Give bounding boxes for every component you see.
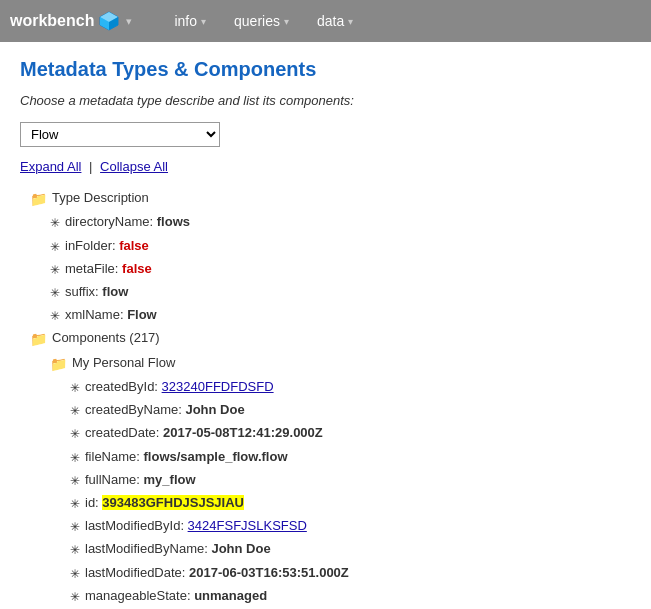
metadata-type-row: Flow <box>20 122 631 147</box>
field-lastModifiedById: ✳ lastModifiedById: 3424FSFJSLKSFSD <box>70 516 631 537</box>
bullet-icon: ✳ <box>70 518 80 537</box>
field-createdByName: ✳ createdByName: John Doe <box>70 400 631 421</box>
type-field-suffix: ✳ suffix: flow <box>50 282 631 303</box>
page-title: Metadata Types & Components <box>20 58 631 81</box>
components-children: 📁 My Personal Flow ✳ createdById: 323240… <box>30 353 631 609</box>
nav-item-queries[interactable]: queries ▾ <box>220 9 303 33</box>
metadata-type-select[interactable]: Flow <box>20 122 220 147</box>
nav-item-data[interactable]: data ▾ <box>303 9 367 33</box>
queries-dropdown-arrow: ▾ <box>284 16 289 27</box>
bullet-icon: ✳ <box>50 261 60 280</box>
bullet-icon: ✳ <box>70 379 80 398</box>
type-description-children: ✳ directoryName: flows ✳ inFolder: false… <box>30 212 631 326</box>
bullet-icon: ✳ <box>50 214 60 233</box>
type-field-directoryName-label: directoryName: flows <box>65 212 190 233</box>
bullet-icon: ✳ <box>50 284 60 303</box>
logo-dropdown-arrow[interactable]: ▾ <box>126 15 132 28</box>
info-dropdown-arrow: ▾ <box>201 16 206 27</box>
nav-items: info ▾ queries ▾ data ▾ <box>160 9 367 33</box>
bullet-icon: ✳ <box>70 565 80 584</box>
field-id: ✳ id: 393483GFHDJSJSJIAU <box>70 493 631 514</box>
field-fullName: ✳ fullName: my_flow <box>70 470 631 491</box>
type-field-metaFile: ✳ metaFile: false <box>50 259 631 280</box>
bullet-icon: ✳ <box>70 541 80 560</box>
type-field-inFolder-label: inFolder: false <box>65 236 149 257</box>
type-field-xmlName-label: xmlName: Flow <box>65 305 157 326</box>
bullet-icon: ✳ <box>70 425 80 444</box>
type-description-label: Type Description <box>52 188 149 209</box>
bullet-icon: ✳ <box>50 307 60 326</box>
main-content: Metadata Types & Components Choose a met… <box>0 42 651 609</box>
folder-icon: 📁 <box>30 188 47 210</box>
bullet-icon: ✳ <box>70 588 80 607</box>
field-manageableState: ✳ manageableState: unmanaged <box>70 586 631 607</box>
type-field-metaFile-label: metaFile: false <box>65 259 152 280</box>
data-dropdown-arrow: ▾ <box>348 16 353 27</box>
expand-all-link[interactable]: Expand All <box>20 159 81 174</box>
folder-icon: 📁 <box>30 328 47 350</box>
field-lastModifiedByName: ✳ lastModifiedByName: John Doe <box>70 539 631 560</box>
logo-cube-icon <box>98 10 120 32</box>
type-description-folder[interactable]: 📁 Type Description <box>30 188 631 210</box>
nav-item-info[interactable]: info ▾ <box>160 9 220 33</box>
metadata-tree: 📁 Type Description ✳ directoryName: flow… <box>20 188 631 609</box>
bullet-icon: ✳ <box>50 238 60 257</box>
bullet-icon: ✳ <box>70 402 80 421</box>
type-field-inFolder: ✳ inFolder: false <box>50 236 631 257</box>
components-label: Components (217) <box>52 328 160 349</box>
lastModifiedById-link[interactable]: 3424FSFJSLKSFSD <box>188 518 307 533</box>
collapse-all-link[interactable]: Collapse All <box>100 159 168 174</box>
logo[interactable]: workbench ▾ <box>10 10 132 32</box>
field-createdDate: ✳ createdDate: 2017-05-08T12:41:29.000Z <box>70 423 631 444</box>
component-fields: ✳ createdById: 323240FFDFDSFD ✳ createdB… <box>50 377 631 609</box>
type-field-xmlName: ✳ xmlName: Flow <box>50 305 631 326</box>
field-fileName: ✳ fileName: flows/sample_flow.flow <box>70 447 631 468</box>
id-value: 393483GFHDJSJSJIAU <box>102 495 244 510</box>
type-field-directoryName: ✳ directoryName: flows <box>50 212 631 233</box>
bullet-icon: ✳ <box>70 472 80 491</box>
separator: | <box>89 159 92 174</box>
field-lastModifiedDate: ✳ lastModifiedDate: 2017-06-03T16:53:51.… <box>70 563 631 584</box>
logo-text: workbench <box>10 12 94 30</box>
bullet-icon: ✳ <box>70 449 80 468</box>
top-navigation: workbench ▾ info ▾ queries ▾ data ▾ <box>0 0 651 42</box>
folder-icon: 📁 <box>50 353 67 375</box>
page-subtitle: Choose a metadata type describe and list… <box>20 93 631 108</box>
createdById-link[interactable]: 323240FFDFDSFD <box>162 379 274 394</box>
expand-collapse-row: Expand All | Collapse All <box>20 159 631 174</box>
field-createdById: ✳ createdById: 323240FFDFDSFD <box>70 377 631 398</box>
components-folder[interactable]: 📁 Components (217) <box>30 328 631 350</box>
my-personal-flow-folder[interactable]: 📁 My Personal Flow <box>50 353 631 375</box>
bullet-icon: ✳ <box>70 495 80 514</box>
type-field-suffix-label: suffix: flow <box>65 282 128 303</box>
my-personal-flow-label: My Personal Flow <box>72 353 175 374</box>
